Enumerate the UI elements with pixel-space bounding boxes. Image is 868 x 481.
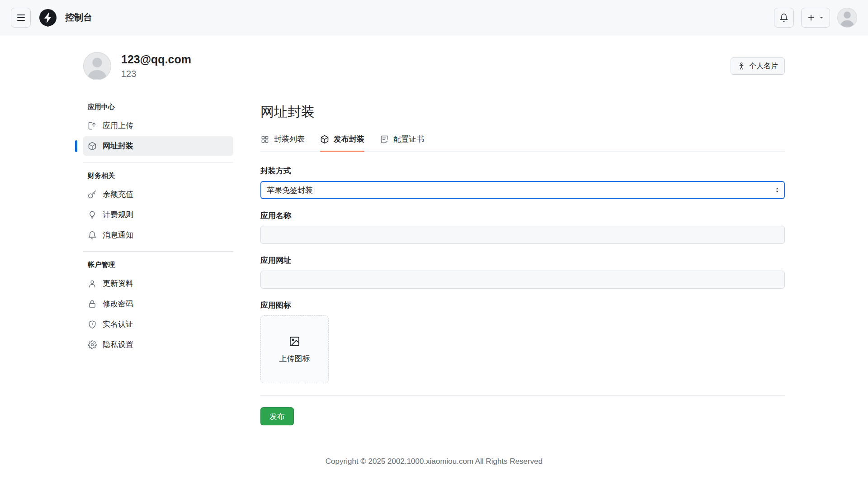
app-logo[interactable]: [38, 8, 58, 28]
sidebar-item-url-packaging[interactable]: 网址封装: [83, 136, 233, 156]
package-method-select[interactable]: 苹果免签封装: [260, 181, 785, 199]
sidebar-item-label: 计费规则: [103, 210, 133, 220]
publish-form: 封装方式 苹果免签封装 应用名称: [260, 166, 785, 425]
create-new-button[interactable]: [801, 8, 830, 28]
package-icon: [88, 142, 97, 151]
sidebar-item-label: 隐私设置: [103, 339, 133, 350]
shield-icon: [88, 320, 97, 329]
tab-label: 配置证书: [393, 134, 424, 144]
lock-icon: [88, 300, 97, 309]
profile-texts: 123@qq.com 123: [121, 52, 191, 79]
sidebar-item-update-profile[interactable]: 更新资料: [83, 274, 233, 293]
gear-icon: [88, 340, 97, 349]
personal-card-label: 个人名片: [749, 62, 778, 71]
upload-icon-dropzone[interactable]: 上传图标: [260, 315, 329, 383]
header-avatar[interactable]: [837, 8, 857, 28]
sidebar-section-app-center: 应用中心: [83, 103, 233, 111]
body-row: 应用中心 应用上传: [83, 103, 785, 443]
sidebar-item-label: 网址封装: [103, 141, 133, 151]
form-group-app-url: 应用网址: [260, 255, 785, 289]
page-app-title: 控制台: [65, 11, 92, 24]
upload-text: 上传图标: [279, 353, 310, 364]
profile-email: 123@qq.com: [121, 53, 191, 66]
hamburger-icon: [17, 14, 25, 21]
tab-publish-package[interactable]: 发布封装: [320, 134, 364, 152]
sidebar-section-finance: 财务相关: [83, 171, 233, 180]
app-name-input[interactable]: [260, 226, 785, 244]
tab-bar: 封装列表 发布封装: [260, 134, 785, 152]
file-check-icon: [380, 135, 389, 144]
sidebar-item-app-upload[interactable]: 应用上传: [83, 116, 233, 135]
person-standing-icon: [737, 62, 745, 70]
sidebar-item-realname-verify[interactable]: 实名认证: [83, 314, 233, 334]
app-url-input[interactable]: [260, 271, 785, 289]
notifications-button[interactable]: [774, 8, 794, 28]
sidebar-item-label: 更新资料: [103, 278, 133, 289]
chevron-down-icon: [819, 15, 824, 20]
sidebar-nav: 应用中心 应用上传: [83, 103, 233, 355]
tab-label: 封装列表: [274, 134, 305, 144]
sidebar-item-change-password[interactable]: 修改密码: [83, 294, 233, 314]
person-icon: [88, 279, 97, 288]
main-content: 网址封装 封装列表: [260, 103, 785, 425]
bell-icon: [88, 231, 97, 240]
plus-icon: [807, 14, 815, 22]
profile-avatar: [83, 52, 111, 80]
profile-header: 123@qq.com 123 个人名片: [83, 52, 785, 80]
sidebar-item-privacy-settings[interactable]: 隐私设置: [83, 335, 233, 354]
bell-icon: [779, 13, 788, 22]
page-container: 123@qq.com 123 个人名片 应用中心: [83, 35, 785, 443]
profile-username: 123: [121, 69, 191, 79]
page-footer: Copyright © 2025 2002.1000.xiaomiou.com …: [0, 443, 868, 481]
package-method-select-wrap: 苹果免签封装: [260, 181, 785, 199]
package-icon: [320, 135, 329, 144]
sidebar-item-label: 消息通知: [103, 230, 133, 240]
form-group-package-method: 封装方式 苹果免签封装: [260, 166, 785, 199]
sidebar-item-label: 余额充值: [103, 189, 133, 200]
form-group-app-name: 应用名称: [260, 210, 785, 244]
sidebar-item-label: 修改密码: [103, 299, 133, 309]
upload-icon: [88, 121, 97, 130]
top-header: 控制台: [0, 0, 868, 35]
sidebar-item-balance-recharge[interactable]: 余额充值: [83, 185, 233, 204]
personal-card-button[interactable]: 个人名片: [731, 57, 785, 75]
key-icon: [88, 190, 97, 199]
sidebar-item-label: 应用上传: [103, 120, 133, 131]
form-group-app-icon: 应用图标 上传图标: [260, 300, 785, 383]
tab-configure-certificate[interactable]: 配置证书: [380, 134, 424, 152]
publish-button[interactable]: 发布: [260, 407, 294, 425]
app-url-label: 应用网址: [260, 255, 785, 266]
page-title: 网址封装: [260, 103, 785, 121]
hamburger-menu-button[interactable]: [11, 8, 31, 28]
sidebar-divider: [83, 251, 233, 252]
app-icon-label: 应用图标: [260, 300, 785, 310]
sidebar-section-account: 帐户管理: [83, 261, 233, 269]
tab-package-list[interactable]: 封装列表: [260, 134, 305, 152]
package-method-label: 封装方式: [260, 166, 785, 176]
sidebar-item-billing-rules[interactable]: 计费规则: [83, 205, 233, 224]
sidebar-item-label: 实名认证: [103, 319, 133, 329]
app-name-label: 应用名称: [260, 210, 785, 221]
copyright-text: Copyright © 2025 2002.1000.xiaomiou.com …: [326, 457, 542, 466]
form-divider: [260, 395, 785, 395]
lightning-logo-icon: [38, 8, 58, 28]
image-icon: [288, 335, 301, 348]
tab-label: 发布封装: [334, 134, 364, 144]
sidebar-divider: [83, 162, 233, 162]
lightbulb-icon: [88, 210, 97, 219]
sidebar-item-notifications[interactable]: 消息通知: [83, 225, 233, 245]
grid-icon: [260, 135, 269, 144]
